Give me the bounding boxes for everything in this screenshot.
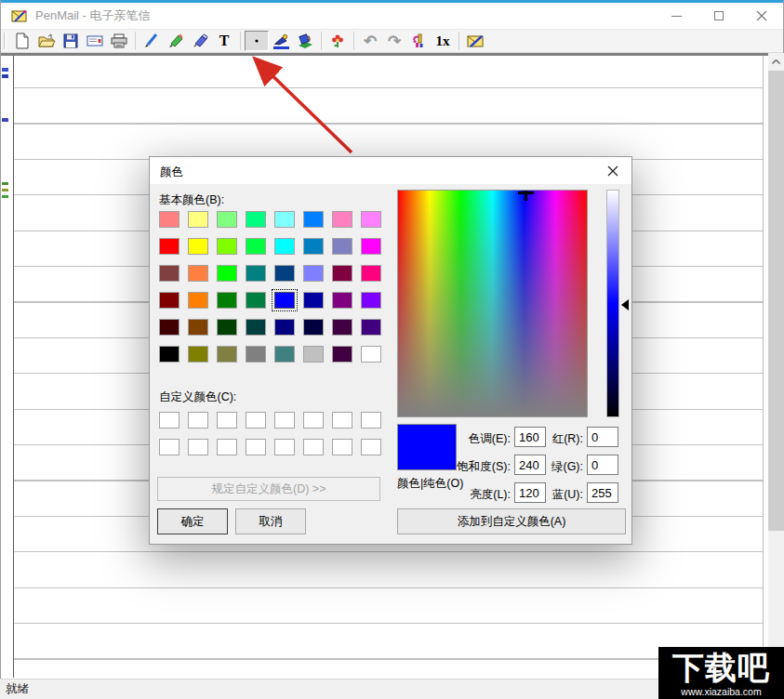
basic-color-swatch[interactable] — [188, 265, 208, 282]
custom-color-swatch[interactable] — [361, 439, 381, 455]
basic-color-swatch[interactable] — [217, 211, 237, 228]
add-to-custom-colors-button[interactable]: 添加到自定义颜色(A) — [397, 508, 626, 534]
basic-color-swatch[interactable] — [361, 319, 381, 336]
custom-color-swatch[interactable] — [159, 412, 179, 429]
save-button[interactable] — [59, 31, 83, 51]
basic-color-swatch[interactable] — [274, 292, 295, 309]
handwriting-style-button[interactable] — [406, 31, 431, 51]
basic-color-swatch[interactable] — [159, 211, 179, 228]
basic-color-swatch[interactable] — [188, 346, 208, 363]
basic-color-swatch[interactable] — [361, 211, 381, 228]
minimize-button[interactable] — [655, 3, 698, 29]
custom-color-swatch[interactable] — [332, 439, 352, 455]
green-input[interactable] — [587, 455, 618, 475]
luminance-slider-marker[interactable] — [621, 299, 629, 310]
maximize-icon — [714, 11, 724, 20]
chevron-up-icon — [772, 59, 780, 64]
custom-color-swatch[interactable] — [217, 439, 237, 455]
basic-color-swatch[interactable] — [246, 211, 266, 228]
basic-color-swatch[interactable] — [332, 292, 352, 309]
open-file-button[interactable] — [34, 31, 59, 51]
custom-color-swatch[interactable] — [217, 412, 237, 429]
basic-color-swatch[interactable] — [217, 238, 237, 255]
basic-color-swatch[interactable] — [332, 238, 352, 255]
basic-color-swatch[interactable] — [274, 238, 295, 255]
zoom-1x-button[interactable]: 1x — [431, 31, 455, 51]
vertical-scrollbar[interactable] — [768, 53, 784, 679]
maximize-button[interactable] — [698, 3, 740, 29]
basic-color-swatch[interactable] — [303, 346, 324, 363]
basic-color-swatch[interactable] — [274, 319, 295, 336]
basic-color-swatch[interactable] — [217, 292, 237, 309]
custom-color-swatch[interactable] — [274, 439, 295, 455]
custom-color-swatch[interactable] — [159, 439, 179, 455]
custom-colors-label: 自定义颜色(C): — [159, 389, 236, 405]
basic-color-swatch[interactable] — [303, 238, 324, 255]
red-label: 红(R): — [540, 431, 583, 447]
stationery-decoration — [2, 118, 8, 122]
basic-color-swatch[interactable] — [274, 346, 295, 363]
basic-color-swatch[interactable] — [159, 292, 179, 309]
ok-button[interactable]: 确定 — [157, 508, 228, 534]
basic-color-swatch[interactable] — [361, 292, 381, 309]
custom-color-swatch[interactable] — [332, 412, 352, 429]
red-input[interactable] — [587, 427, 618, 447]
send-mail-button[interactable] — [463, 31, 487, 51]
hue-saturation-field[interactable] — [397, 190, 588, 417]
basic-color-swatch[interactable] — [274, 265, 295, 282]
basic-color-swatch[interactable] — [303, 292, 324, 309]
mail-properties-button[interactable] — [83, 31, 107, 51]
custom-color-swatch[interactable] — [246, 412, 266, 429]
basic-color-swatch[interactable] — [246, 238, 266, 255]
basic-color-swatch[interactable] — [159, 265, 179, 282]
basic-color-swatch[interactable] — [246, 292, 266, 309]
pen-tool-button[interactable] — [140, 31, 164, 51]
basic-color-swatch[interactable] — [246, 319, 266, 336]
custom-color-swatch[interactable] — [188, 439, 208, 455]
basic-color-swatch[interactable] — [188, 292, 208, 309]
luminance-slider[interactable] — [606, 190, 619, 417]
redo-button[interactable]: ↷ — [382, 31, 406, 51]
pencil-tool-button[interactable] — [164, 31, 188, 51]
saturation-label: 饱和度(S): — [429, 459, 511, 475]
basic-color-swatch[interactable] — [332, 346, 352, 363]
basic-color-swatch[interactable] — [303, 265, 324, 282]
eraser-tool-button[interactable] — [188, 31, 212, 51]
basic-color-swatch[interactable] — [332, 211, 352, 228]
basic-color-swatch[interactable] — [188, 211, 208, 228]
blue-input[interactable] — [587, 482, 618, 503]
close-button[interactable] — [740, 3, 783, 29]
basic-color-swatch[interactable] — [159, 319, 179, 336]
stationery-decoration — [2, 189, 8, 191]
custom-color-swatch[interactable] — [303, 439, 324, 455]
scroll-up-button[interactable] — [768, 53, 784, 70]
basic-color-swatch[interactable] — [361, 238, 381, 255]
basic-color-swatch[interactable] — [303, 319, 324, 336]
custom-color-swatch[interactable] — [188, 412, 208, 429]
basic-color-swatch[interactable] — [274, 211, 295, 228]
basic-color-swatch[interactable] — [188, 319, 208, 336]
basic-color-swatch[interactable] — [361, 346, 381, 363]
print-button[interactable] — [107, 31, 131, 51]
basic-color-swatch[interactable] — [188, 238, 208, 255]
basic-color-swatch[interactable] — [246, 265, 266, 282]
cancel-button[interactable]: 取消 — [235, 508, 306, 534]
page-border — [13, 56, 14, 678]
custom-color-swatch[interactable] — [361, 412, 381, 429]
basic-color-swatch[interactable] — [361, 265, 381, 282]
new-document-button[interactable] — [10, 31, 34, 51]
basic-color-swatch[interactable] — [332, 265, 352, 282]
basic-color-swatch[interactable] — [217, 319, 237, 336]
custom-color-swatch[interactable] — [303, 412, 324, 429]
basic-color-swatch[interactable] — [246, 346, 266, 363]
basic-color-swatch[interactable] — [303, 211, 324, 228]
custom-color-swatch[interactable] — [246, 439, 266, 455]
basic-color-swatch[interactable] — [217, 265, 237, 282]
scrollbar-thumb[interactable] — [768, 71, 784, 531]
basic-color-swatch[interactable] — [217, 346, 237, 363]
basic-color-swatch[interactable] — [332, 319, 352, 336]
basic-color-swatch[interactable] — [159, 238, 179, 255]
dialog-close-button[interactable] — [600, 161, 626, 180]
basic-color-swatch[interactable] — [159, 346, 179, 363]
custom-color-swatch[interactable] — [274, 412, 295, 429]
